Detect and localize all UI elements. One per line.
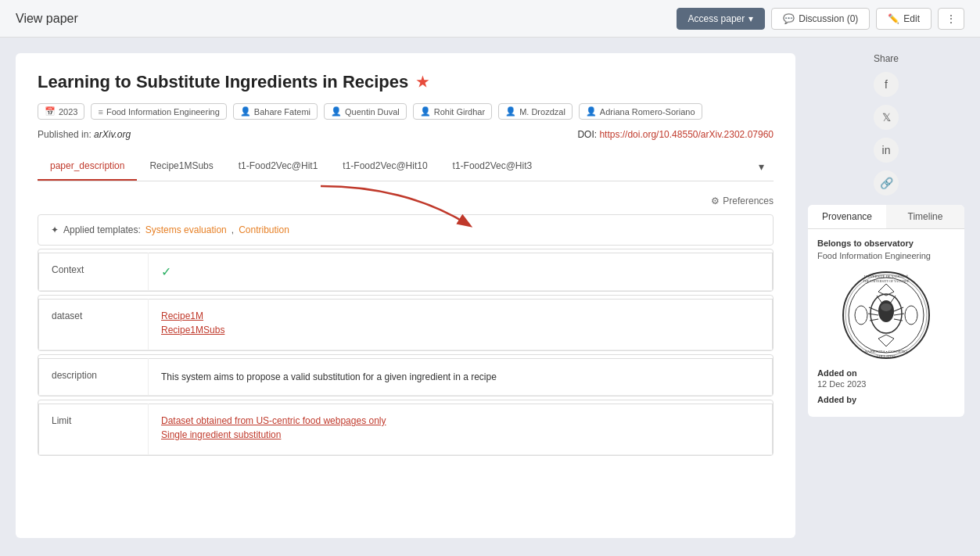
limit-link-1[interactable]: Dataset obtained from US-centric food we…: [161, 415, 759, 426]
tag-category[interactable]: ≡ Food Information Engineering: [91, 103, 226, 120]
twitter-icon[interactable]: 𝕏: [874, 105, 899, 130]
person-icon-2: 👤: [331, 106, 342, 117]
share-panel: Share f 𝕏 in 🔗: [808, 53, 964, 195]
svg-point-17: [855, 306, 867, 325]
context-row-wrapper: Context ✓: [38, 249, 774, 292]
tag-author-4[interactable]: 👤 M. Drozdzal: [498, 103, 573, 120]
tag-author-1[interactable]: 👤 Bahare Fatemi: [233, 103, 318, 120]
doi-label: DOI:: [577, 129, 597, 140]
dataset-table: dataset Recipe1M Recipe1MSubs: [38, 299, 773, 350]
edit-label: Edit: [903, 13, 920, 24]
author-1: Bahare Fatemi: [254, 107, 311, 117]
tab-provenance[interactable]: Provenance: [808, 205, 886, 228]
page-title: View paper: [16, 12, 78, 26]
published-venue: arXiv.org: [94, 129, 131, 140]
belongs-to-observatory-label: Belongs to observatory: [817, 239, 955, 248]
observatory-name: Food Information Engineering: [817, 251, 955, 260]
tag-author-2[interactable]: 👤 Quentin Duval: [324, 103, 407, 120]
data-table: Context ✓: [38, 253, 773, 291]
discussion-button[interactable]: 💬 Discussion (0): [771, 8, 870, 30]
provenance-content: Belongs to observatory Food Information …: [808, 229, 964, 417]
topbar: View paper Access paper ▾ 💬 Discussion (…: [0, 0, 980, 38]
table-row: Limit Dataset obtained from US-centric f…: [39, 404, 773, 455]
limit-link-2[interactable]: Single ingredient substitution: [161, 429, 759, 440]
person-icon-4: 👤: [505, 106, 516, 117]
svg-point-6: [881, 303, 892, 311]
dataset-row-wrapper: dataset Recipe1M Recipe1MSubs: [38, 295, 774, 351]
published-row: Published in: arXiv.org DOI: https://doi…: [38, 129, 774, 140]
ellipsis-icon: ⋮: [946, 13, 956, 24]
tag-author-3[interactable]: 👤 Rohit Girdhar: [413, 103, 492, 120]
puzzle-icon: ✦: [51, 224, 59, 235]
limit-value: Dataset obtained from US-centric food we…: [149, 404, 773, 455]
svg-line-8: [868, 314, 878, 315]
main-layout: Learning to Substitute Ingredients in Re…: [0, 38, 980, 554]
edit-button[interactable]: ✏️ Edit: [876, 8, 932, 30]
access-paper-button[interactable]: Access paper ▾: [677, 8, 766, 30]
tab-timeline[interactable]: Timeline: [886, 205, 964, 228]
tag-author-5[interactable]: 👤 Adriana Romero-Soriano: [579, 103, 702, 120]
tab-recipe1msubs[interactable]: Recipe1MSubs: [137, 152, 225, 181]
link-icon[interactable]: 🔗: [874, 170, 899, 195]
paper-card: Learning to Substitute Ingredients in Re…: [16, 53, 795, 538]
tag-year[interactable]: 📅 2023: [38, 103, 84, 120]
dataset-link-1[interactable]: Recipe1M: [161, 310, 759, 321]
template-link-1[interactable]: Systems evaluation: [145, 224, 227, 235]
discussion-icon: 💬: [783, 13, 795, 24]
added-by-label: Added by: [817, 395, 955, 404]
dataset-link-2[interactable]: Recipe1MSubs: [161, 325, 759, 335]
tabs-row: paper_description Recipe1MSubs t1-Food2V…: [38, 152, 774, 181]
limit-key: Limit: [39, 404, 149, 455]
svg-text:SAPIENTIA • COGNITIO: SAPIENTIA • COGNITIO: [865, 350, 907, 353]
tab-t1-food2vec-hit10[interactable]: t1-Food2Vec@Hit10: [330, 152, 440, 181]
linkedin-icon[interactable]: in: [874, 138, 899, 163]
preferences-label: Preferences: [723, 195, 774, 206]
published-text: Published in: arXiv.org: [38, 129, 131, 140]
tabs-chevron[interactable]: ▾: [749, 154, 774, 179]
svg-point-18: [905, 306, 917, 325]
list-icon: ≡: [98, 107, 102, 117]
author-5: Adriana Romero-Soriano: [600, 107, 695, 117]
author-2: Quentin Duval: [345, 107, 400, 117]
content-area: ⚙ Preferences ✦ Applied templates: Syste…: [38, 181, 774, 467]
star-icon: ★: [416, 74, 429, 91]
template-link-2[interactable]: Contribution: [239, 224, 289, 235]
svg-line-11: [894, 314, 904, 315]
description-row-wrapper: description This system aims to propose …: [38, 354, 774, 396]
tab-paper-description[interactable]: paper_description: [38, 152, 137, 181]
preferences-row: ⚙ Preferences: [38, 191, 774, 214]
access-paper-label: Access paper: [688, 13, 745, 24]
pencil-icon: ✏️: [888, 13, 899, 24]
year-value: 2023: [59, 107, 77, 117]
added-on-date: 12 Dec 2023: [817, 379, 955, 389]
tab-t1-food2vec-hit1[interactable]: t1-Food2Vec@Hit1: [226, 152, 331, 181]
more-options-button[interactable]: ⋮: [938, 8, 964, 30]
paper-title-row: Learning to Substitute Ingredients in Re…: [38, 72, 774, 92]
svg-line-13: [877, 296, 882, 303]
preferences-button[interactable]: ⚙ Preferences: [711, 195, 774, 206]
added-on-label: Added on: [817, 368, 955, 378]
svg-line-14: [890, 296, 896, 303]
facebook-icon[interactable]: f: [874, 72, 899, 97]
limit-row-wrapper: Limit Dataset obtained from US-centric f…: [38, 400, 774, 456]
svg-text:UNIVERSITÉ DE YAOUNDÉ: UNIVERSITÉ DE YAOUNDÉ: [864, 274, 909, 278]
tab-t1-food2vec-hit3[interactable]: t1-Food2Vec@Hit3: [440, 152, 545, 181]
person-icon-5: 👤: [586, 106, 597, 117]
topbar-actions: Access paper ▾ 💬 Discussion (0) ✏️ Edit …: [677, 8, 964, 30]
discussion-label: Discussion (0): [799, 13, 858, 24]
paper-title-text: Learning to Substitute Ingredients in Re…: [38, 72, 408, 92]
provenance-panel: Provenance Timeline Belongs to observato…: [808, 205, 964, 417]
calendar-icon: 📅: [45, 106, 56, 117]
check-icon: ✓: [161, 265, 171, 278]
table-row: Context ✓: [39, 253, 773, 291]
author-4: M. Drozdzal: [519, 107, 565, 117]
applied-templates-prefix: Applied templates:: [63, 224, 141, 235]
description-table: description This system aims to propose …: [38, 358, 773, 396]
table-row: description This system aims to propose …: [39, 359, 773, 396]
svg-text:COLLATIVA: COLLATIVA: [877, 354, 896, 358]
doi-link[interactable]: https://doi.org/10.48550/arXiv.2302.0796…: [599, 129, 774, 140]
context-key: Context: [39, 253, 149, 291]
description-value: This system aims to propose a valid subs…: [149, 359, 773, 396]
dataset-value: Recipe1M Recipe1MSubs: [149, 300, 773, 350]
svg-text:THE UNIVERSITY OF YAOUNDÉ: THE UNIVERSITY OF YAOUNDÉ: [863, 279, 910, 283]
